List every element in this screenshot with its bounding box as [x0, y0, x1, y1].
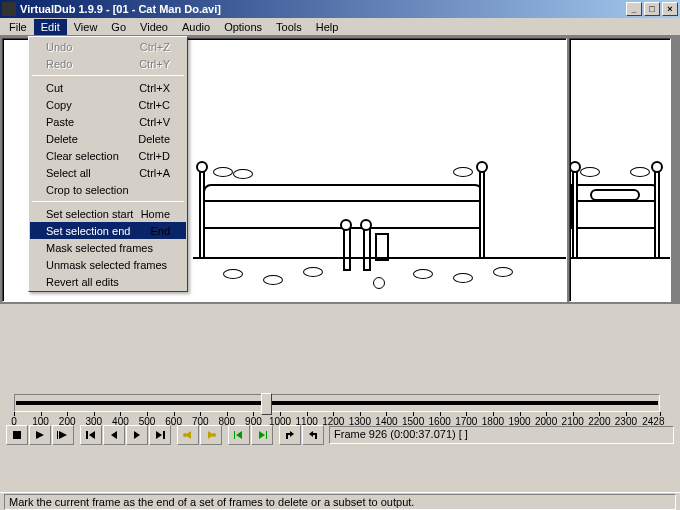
menu-item-unmask-selected-frames[interactable]: Unmask selected frames [30, 256, 186, 273]
go-end-button[interactable] [149, 425, 171, 445]
timeline-tick-label: 2000 [535, 416, 557, 427]
mark-in-button[interactable] [279, 425, 301, 445]
timeline-tick-label: 1700 [455, 416, 477, 427]
key-next-button[interactable] [200, 425, 222, 445]
menu-file[interactable]: File [2, 19, 34, 35]
key-prev-button[interactable] [177, 425, 199, 445]
menu-item-mask-selected-frames[interactable]: Mask selected frames [30, 239, 186, 256]
menu-item-copy[interactable]: CopyCtrl+C [30, 96, 186, 113]
menu-item-set-selection-start[interactable]: Set selection startHome [30, 205, 186, 222]
output-video-panel [569, 38, 671, 302]
timeline-tick-label: 500 [139, 416, 156, 427]
lower-area [0, 304, 680, 384]
scene-next-button[interactable] [251, 425, 273, 445]
menu-help[interactable]: Help [309, 19, 346, 35]
menu-tools[interactable]: Tools [269, 19, 309, 35]
play-input-button[interactable] [29, 425, 51, 445]
menubar: FileEditViewGoVideoAudioOptionsToolsHelp [0, 18, 680, 36]
timeline-tick-label: 1400 [375, 416, 397, 427]
timeline-tick-label: 1900 [508, 416, 530, 427]
scene-prev-button[interactable] [228, 425, 250, 445]
timeline-track[interactable] [14, 394, 660, 412]
video-frame-content [570, 39, 670, 301]
titlebar: VirtualDub 1.9.9 - [01 - Cat Man Do.avi]… [0, 0, 680, 18]
stop-button[interactable] [6, 425, 28, 445]
timeline-tick-label: 700 [192, 416, 209, 427]
go-start-button[interactable] [80, 425, 102, 445]
timeline-tick-label: 2300 [615, 416, 637, 427]
timeline-tick-label: 200 [59, 416, 76, 427]
menu-video[interactable]: Video [133, 19, 175, 35]
menu-item-redo: RedoCtrl+Y [30, 55, 186, 72]
svg-rect-7 [266, 431, 267, 439]
svg-rect-0 [13, 431, 21, 439]
menu-item-undo: UndoCtrl+Z [30, 38, 186, 55]
edit-menu-dropdown: UndoCtrl+ZRedoCtrl+YCutCtrl+XCopyCtrl+CP… [28, 36, 188, 292]
app-icon [2, 2, 16, 16]
window-title: VirtualDub 1.9.9 - [01 - Cat Man Do.avi] [20, 3, 624, 15]
timeline: 0100200300400500600700800900100011001200… [10, 384, 670, 424]
timeline-tick-label: 2428 [642, 416, 664, 427]
timeline-tick-label: 2100 [562, 416, 584, 427]
svg-rect-2 [86, 431, 88, 439]
menu-item-revert-all-edits[interactable]: Revert all edits [30, 273, 186, 290]
statusbar: Mark the current frame as the end of a s… [0, 492, 680, 510]
timeline-tick-label: 1600 [429, 416, 451, 427]
step-forward-button[interactable] [126, 425, 148, 445]
svg-rect-3 [163, 431, 165, 439]
minimize-button[interactable]: _ [626, 2, 642, 16]
close-button[interactable]: × [662, 2, 678, 16]
timeline-tick-label: 1500 [402, 416, 424, 427]
menu-go[interactable]: Go [104, 19, 133, 35]
timeline-tick-label: 1200 [322, 416, 344, 427]
status-text: Mark the current frame as the end of a s… [4, 494, 676, 510]
svg-point-4 [183, 433, 187, 437]
timeline-tick-label: 100 [32, 416, 49, 427]
svg-rect-1 [57, 431, 58, 439]
timeline-tick-label: 1800 [482, 416, 504, 427]
menu-item-clear-selection[interactable]: Clear selectionCtrl+D [30, 147, 186, 164]
svg-point-5 [212, 433, 216, 437]
menu-item-cut[interactable]: CutCtrl+X [30, 79, 186, 96]
timeline-tick-label: 800 [219, 416, 236, 427]
menu-audio[interactable]: Audio [175, 19, 217, 35]
step-back-button[interactable] [103, 425, 125, 445]
menu-item-crop-to-selection[interactable]: Crop to selection [30, 181, 186, 198]
svg-rect-6 [234, 431, 235, 439]
menu-options[interactable]: Options [217, 19, 269, 35]
menu-item-select-all[interactable]: Select allCtrl+A [30, 164, 186, 181]
frame-info: Frame 926 (0:00:37.071) [ ] [329, 426, 674, 444]
timeline-tick-label: 1300 [349, 416, 371, 427]
menu-edit[interactable]: Edit [34, 19, 67, 35]
timeline-tick-label: 300 [85, 416, 102, 427]
timeline-tick-label: 2200 [588, 416, 610, 427]
menu-item-set-selection-end[interactable]: Set selection endEnd [30, 222, 186, 239]
menu-item-delete[interactable]: DeleteDelete [30, 130, 186, 147]
timeline-tick-label: 900 [245, 416, 262, 427]
mark-out-button[interactable] [302, 425, 324, 445]
timeline-tick-label: 600 [165, 416, 182, 427]
menu-item-paste[interactable]: PasteCtrl+V [30, 113, 186, 130]
timeline-tick-label: 1000 [269, 416, 291, 427]
timeline-tick-label: 1100 [296, 416, 318, 427]
menu-view[interactable]: View [67, 19, 105, 35]
timeline-tick-label: 0 [11, 416, 17, 427]
timeline-tick-label: 400 [112, 416, 129, 427]
play-output-button[interactable] [52, 425, 74, 445]
maximize-button[interactable]: □ [644, 2, 660, 16]
